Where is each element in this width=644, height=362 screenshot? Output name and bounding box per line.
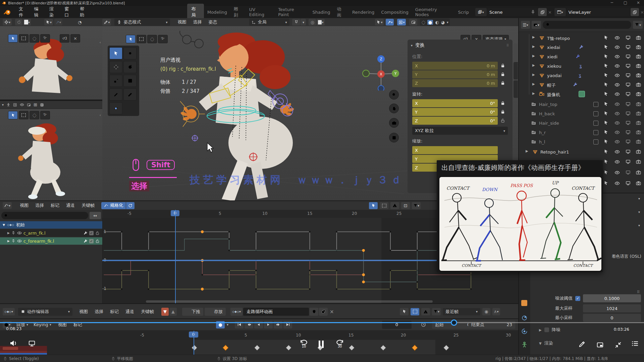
render-camera-icon[interactable] bbox=[636, 54, 641, 59]
notes-pencil-icon[interactable] bbox=[578, 341, 586, 348]
graph-menu-view[interactable]: 视图 bbox=[16, 202, 32, 208]
collection-checkbox[interactable] bbox=[593, 130, 598, 135]
select-arrow-icon[interactable] bbox=[603, 111, 608, 116]
sidebar-tab[interactable] bbox=[514, 80, 518, 98]
select-arrow-icon[interactable] bbox=[603, 54, 608, 59]
select-arrow-icon[interactable] bbox=[603, 45, 608, 50]
snap-magnet-button[interactable] bbox=[292, 19, 300, 25]
monitor-icon[interactable] bbox=[626, 139, 631, 144]
viewlayer-type-icon[interactable]: 🗔▾ bbox=[554, 8, 566, 16]
pin-icon[interactable] bbox=[531, 10, 535, 14]
scene-type-icon[interactable]: 🗊▾ bbox=[475, 8, 487, 16]
modifier-icon[interactable] bbox=[83, 239, 88, 243]
viewlayer-selector[interactable]: ViewLayer bbox=[567, 8, 630, 16]
rotation-mode-dropdown[interactable]: XYZ 欧拉▾ bbox=[412, 127, 508, 135]
graph-playhead[interactable] bbox=[175, 210, 176, 304]
tool-cursor[interactable] bbox=[123, 47, 137, 59]
timeline-playhead[interactable] bbox=[194, 331, 194, 355]
dope-menu-key[interactable]: 关键帧 bbox=[138, 309, 157, 315]
location-z-field[interactable]: Z0 m bbox=[412, 79, 498, 87]
outliner-collection-row[interactable]: h_l bbox=[519, 137, 644, 147]
lock-icon[interactable] bbox=[498, 72, 508, 77]
video-progress-handle[interactable] bbox=[451, 319, 457, 326]
tab-sculpt[interactable]: 雕刻 bbox=[230, 6, 246, 18]
box-select-button[interactable] bbox=[19, 34, 29, 43]
dope-filter-dropdown[interactable]: ▾ bbox=[432, 308, 441, 315]
outliner-row[interactable]: ▶ Retopo_hair1 bbox=[519, 147, 644, 157]
timeline-keyframe[interactable] bbox=[348, 345, 355, 351]
expand-icon[interactable]: ▶ bbox=[532, 82, 535, 86]
graph-menu-marker[interactable]: 标记 bbox=[47, 202, 63, 208]
channel-group-row[interactable]: ▼⬦⬥⬦初始 bbox=[0, 221, 102, 229]
tool-select[interactable] bbox=[109, 47, 122, 59]
playlist-icon[interactable] bbox=[631, 340, 639, 347]
sidebar-tab[interactable] bbox=[514, 62, 518, 79]
pause-icon[interactable] bbox=[319, 341, 324, 348]
select-arrow-icon[interactable] bbox=[603, 120, 608, 125]
select-arrow-icon[interactable] bbox=[603, 159, 608, 164]
select-arrow-icon[interactable] bbox=[603, 63, 608, 68]
outliner-row[interactable]: ▶ xiedai bbox=[519, 43, 644, 52]
location-x-field[interactable]: X0 m bbox=[412, 62, 498, 70]
pin-icon[interactable] bbox=[11, 231, 15, 235]
tab-scripting[interactable]: Scrip bbox=[455, 10, 473, 15]
unlink-action-button[interactable]: × bbox=[330, 309, 334, 315]
render-camera-icon[interactable] bbox=[636, 111, 641, 116]
normalize-auto-toggle[interactable] bbox=[126, 202, 135, 209]
brush-color-button[interactable]: ▾ bbox=[23, 19, 31, 25]
sidebar-tab[interactable] bbox=[514, 44, 518, 61]
tab-armature[interactable] bbox=[521, 342, 528, 348]
render-camera-icon[interactable] bbox=[636, 120, 641, 125]
scale-x-field[interactable]: X bbox=[412, 146, 498, 154]
eye-icon[interactable] bbox=[614, 63, 620, 69]
proportional-falloff-dropdown[interactable]: ▾ bbox=[317, 19, 325, 25]
eye-icon[interactable] bbox=[17, 231, 22, 235]
outliner-search-input[interactable] bbox=[543, 21, 631, 29]
collapsed-dropdown[interactable]: ▾ bbox=[638, 210, 640, 214]
eye-icon[interactable] bbox=[614, 102, 620, 107]
render-camera-icon[interactable] bbox=[636, 139, 641, 144]
monitor-icon[interactable] bbox=[626, 149, 631, 154]
tab-modeling[interactable]: Modeling bbox=[204, 10, 230, 15]
select-arrow-icon[interactable] bbox=[603, 170, 608, 175]
select-arrow-icon[interactable] bbox=[603, 181, 608, 186]
timeline-keyframe[interactable] bbox=[285, 345, 291, 351]
tweak-tool-button[interactable] bbox=[8, 34, 18, 43]
lasso-select-button[interactable]: ࿐ bbox=[158, 35, 168, 43]
render-expand[interactable]: ▼ bbox=[539, 342, 542, 345]
outliner-collection-row[interactable]: h_r bbox=[519, 128, 644, 137]
tool-breakdowner[interactable] bbox=[109, 102, 122, 114]
orientation-dropdown[interactable]: 全局▾ bbox=[249, 18, 289, 26]
timeline-ruler[interactable]: -5 0 5 10 15 20 25 30 bbox=[0, 331, 518, 340]
outliner-row[interactable]: ▶ 摄像机 bbox=[519, 90, 644, 99]
menu-file[interactable]: 文件 bbox=[15, 6, 31, 18]
tab-rendering[interactable]: Rendering bbox=[349, 10, 378, 15]
outliner-collection-row[interactable]: Hair_top bbox=[519, 100, 644, 109]
eye-icon[interactable] bbox=[614, 149, 620, 155]
dope-mode-dropdown[interactable]: 动作编辑器▾ bbox=[18, 308, 72, 316]
select-arrow-icon[interactable] bbox=[603, 139, 608, 144]
dope-menu-view[interactable]: 视图 bbox=[76, 309, 91, 315]
minimize-button[interactable]: ─ bbox=[611, 0, 613, 5]
monitor-icon[interactable] bbox=[626, 170, 631, 175]
render-disabled-icon[interactable] bbox=[636, 170, 641, 175]
tab-shading[interactable]: Shading bbox=[309, 10, 334, 15]
mirror-x-toggle[interactable]: × bbox=[70, 34, 80, 43]
collection-checkbox[interactable] bbox=[593, 102, 598, 107]
menu-window[interactable]: 窗口 bbox=[61, 6, 77, 18]
tab-uv[interactable]: UV Editing bbox=[246, 7, 275, 17]
tool-scale[interactable] bbox=[109, 75, 122, 87]
box-select-button[interactable] bbox=[19, 111, 29, 119]
video-progress-bar[interactable] bbox=[0, 322, 644, 323]
dope-menu-select[interactable]: 选择 bbox=[91, 309, 107, 315]
select-arrow-icon[interactable] bbox=[603, 82, 608, 87]
eye-icon[interactable] bbox=[614, 92, 620, 97]
max-samples-field[interactable]: 1024 bbox=[583, 304, 641, 312]
region-collapse-icon[interactable]: ‹ bbox=[100, 40, 101, 45]
snap-target-button[interactable]: ▾ bbox=[3, 19, 12, 25]
monitor-icon[interactable] bbox=[626, 54, 631, 59]
proportional-toggle[interactable]: ◉ bbox=[482, 308, 490, 315]
falloff-button[interactable] bbox=[15, 19, 22, 25]
dope-menu-channel[interactable]: 通道 bbox=[122, 309, 138, 315]
collection-checkbox[interactable] bbox=[593, 121, 598, 126]
